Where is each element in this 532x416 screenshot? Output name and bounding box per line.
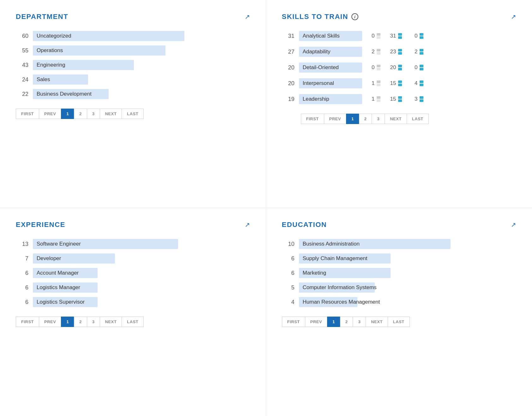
page-btn-active[interactable]: 1 xyxy=(61,109,74,119)
bar-row: 13 Software Engineer xyxy=(16,239,250,249)
skills-metrics: 1 15 3 xyxy=(368,96,423,102)
skills-label: Detail-Oriented xyxy=(299,62,362,73)
mini-bar-1 xyxy=(377,65,380,70)
bar-label: Business Administration xyxy=(299,239,451,249)
mini-bar-3 xyxy=(420,49,423,55)
bar-row: 4 Human Resources Management xyxy=(282,297,517,307)
bar-label: Uncategorized xyxy=(33,31,184,41)
mini-bar-3 xyxy=(420,33,423,39)
page-btn[interactable]: 2 xyxy=(359,114,372,124)
metric-group-2: 20 xyxy=(390,64,402,71)
page-btn[interactable]: PREV xyxy=(39,317,61,327)
education-title: EDUCATION xyxy=(282,221,327,229)
bar-label: Operations xyxy=(33,45,165,56)
metric-group-2: 15 xyxy=(390,96,402,102)
bar-count: 6 xyxy=(16,270,28,276)
metric-num-3: 4 xyxy=(411,80,418,86)
department-expand-icon[interactable]: ↗ xyxy=(245,13,250,21)
metric-num-3: 2 xyxy=(411,49,418,55)
bar-count: 55 xyxy=(16,47,28,54)
skills-expand-icon[interactable]: ↗ xyxy=(511,13,516,21)
experience-title: EXPERIENCE xyxy=(16,221,65,229)
experience-expand-icon[interactable]: ↗ xyxy=(245,221,250,229)
metric-group-3: 0 xyxy=(411,33,423,39)
department-header: DEPARTMENT ↗ xyxy=(16,13,250,21)
skills-rows: 31 Analytical Skills 0 31 xyxy=(282,31,517,104)
page-btn[interactable]: LAST xyxy=(388,317,410,327)
bar-label: Logistics Manager xyxy=(33,282,98,293)
page-btn[interactable]: LAST xyxy=(122,317,144,327)
bar-row: 6 Supply Chain Management xyxy=(282,253,517,264)
metric-num-1: 1 xyxy=(368,96,375,102)
skills-row: 19 Leadership 1 15 xyxy=(282,94,517,104)
skills-count: 19 xyxy=(282,96,295,103)
page-btn[interactable]: 3 xyxy=(372,114,385,124)
bar-label: Business Development xyxy=(33,89,109,99)
bar-count: 6 xyxy=(16,299,28,306)
bar-row: 5 Computer Information Systems xyxy=(282,282,517,293)
skills-label: Analytical Skills xyxy=(299,31,362,41)
education-bars: 10 Business Administration 6 Supply Chai… xyxy=(282,239,517,307)
page-btn[interactable]: LAST xyxy=(122,109,144,119)
page-btn[interactable]: NEXT xyxy=(385,114,407,124)
page-btn[interactable]: LAST xyxy=(407,114,429,124)
education-expand-icon[interactable]: ↗ xyxy=(511,221,516,229)
skills-row: 20 Interpersonal 1 15 xyxy=(282,78,517,88)
page-btn[interactable]: PREV xyxy=(305,317,327,327)
mini-bar-3 xyxy=(420,96,423,102)
skills-metrics: 1 15 4 xyxy=(368,80,423,86)
skills-label: Interpersonal xyxy=(299,78,362,88)
bar-row: 6 Logistics Supervisor xyxy=(16,297,250,307)
page-btn-active[interactable]: 1 xyxy=(327,317,340,327)
page-btn[interactable]: PREV xyxy=(39,109,61,119)
metric-num-1: 0 xyxy=(368,64,375,71)
skills-metrics: 0 31 0 xyxy=(368,33,423,39)
page-btn[interactable]: 2 xyxy=(74,317,87,327)
page-btn[interactable]: NEXT xyxy=(366,317,388,327)
page-btn[interactable]: 2 xyxy=(340,317,353,327)
experience-header: EXPERIENCE ↗ xyxy=(16,221,250,229)
education-panel: EDUCATION ↗ 10 Business Administration 6… xyxy=(266,208,532,416)
mini-bar-1 xyxy=(377,80,380,86)
metric-num-2: 23 xyxy=(390,49,396,55)
metric-group-2: 15 xyxy=(390,80,402,86)
page-btn-active[interactable]: 1 xyxy=(61,317,74,327)
page-btn[interactable]: 3 xyxy=(87,317,100,327)
page-btn[interactable]: 3 xyxy=(353,317,366,327)
page-btn[interactable]: PREV xyxy=(324,114,346,124)
skills-header: SKILLS TO TRAIN i ↗ xyxy=(282,13,517,21)
metric-group-1: 1 xyxy=(368,96,380,102)
page-btn[interactable]: NEXT xyxy=(100,109,122,119)
mini-bar-1 xyxy=(377,33,380,39)
skills-metrics: 2 23 2 xyxy=(368,49,423,55)
page-btn[interactable]: FIRST xyxy=(282,317,305,327)
bar-count: 6 xyxy=(282,255,295,262)
page-btn-active[interactable]: 1 xyxy=(346,114,359,124)
skills-label: Leadership xyxy=(299,94,362,104)
bar-count: 60 xyxy=(16,33,28,39)
page-btn[interactable]: FIRST xyxy=(16,109,39,119)
skills-count: 31 xyxy=(282,33,295,39)
metric-num-3: 0 xyxy=(411,33,418,39)
mini-bar-2 xyxy=(398,49,402,55)
bar-row: 7 Developer xyxy=(16,253,250,264)
department-title: DEPARTMENT xyxy=(16,13,68,21)
skills-row: 31 Analytical Skills 0 31 xyxy=(282,31,517,41)
page-btn[interactable]: NEXT xyxy=(100,317,122,327)
page-btn[interactable]: 3 xyxy=(87,109,100,119)
metric-num-2: 15 xyxy=(390,96,396,102)
education-pagination: FIRSTPREV123NEXTLAST xyxy=(282,317,517,327)
skills-panel: SKILLS TO TRAIN i ↗ 31 Analytical Skills… xyxy=(266,0,532,208)
education-header: EDUCATION ↗ xyxy=(282,221,517,229)
mini-bar-2 xyxy=(398,80,402,86)
mini-bar-1 xyxy=(377,49,380,55)
mini-bar-2 xyxy=(398,65,402,70)
bar-label: Engineering xyxy=(33,60,134,70)
page-btn[interactable]: 2 xyxy=(74,109,87,119)
metric-group-3: 3 xyxy=(411,96,423,102)
page-btn[interactable]: FIRST xyxy=(301,114,324,124)
bar-row: 55 Operations xyxy=(16,45,250,56)
experience-pagination: FIRSTPREV123NEXTLAST xyxy=(16,317,250,327)
page-btn[interactable]: FIRST xyxy=(16,317,39,327)
bar-row: 10 Business Administration xyxy=(282,239,517,249)
